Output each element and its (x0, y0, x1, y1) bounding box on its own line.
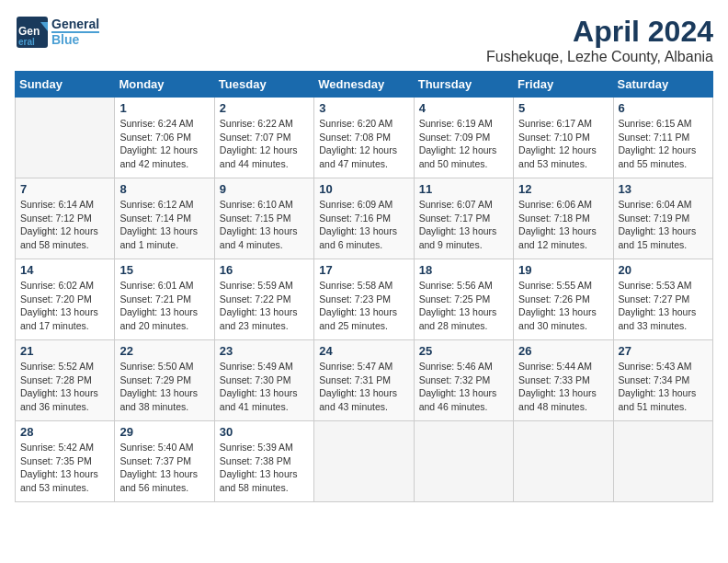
calendar-cell: 30Sunrise: 5:39 AM Sunset: 7:38 PM Dayli… (214, 421, 313, 502)
day-number: 9 (220, 182, 309, 196)
calendar-cell: 25Sunrise: 5:46 AM Sunset: 7:32 PM Dayli… (414, 340, 513, 421)
calendar-cell: 29Sunrise: 5:40 AM Sunset: 7:37 PM Dayli… (115, 421, 214, 502)
day-info: Sunrise: 5:59 AM Sunset: 7:22 PM Dayligh… (220, 279, 309, 333)
day-number: 10 (319, 182, 408, 196)
day-number: 27 (619, 344, 708, 358)
weekday-header-wednesday: Wednesday (314, 72, 414, 98)
day-info: Sunrise: 5:49 AM Sunset: 7:30 PM Dayligh… (220, 360, 309, 414)
calendar-cell: 23Sunrise: 5:49 AM Sunset: 7:30 PM Dayli… (214, 340, 313, 421)
calendar-cell: 26Sunrise: 5:44 AM Sunset: 7:33 PM Dayli… (514, 340, 613, 421)
calendar-cell: 18Sunrise: 5:56 AM Sunset: 7:25 PM Dayli… (414, 259, 513, 340)
calendar-week-2: 7Sunrise: 6:14 AM Sunset: 7:12 PM Daylig… (16, 178, 713, 259)
calendar-cell: 13Sunrise: 6:04 AM Sunset: 7:19 PM Dayli… (613, 178, 712, 259)
day-info: Sunrise: 6:07 AM Sunset: 7:17 PM Dayligh… (419, 198, 508, 252)
day-number: 19 (518, 263, 608, 277)
day-number: 28 (20, 425, 109, 439)
day-info: Sunrise: 5:50 AM Sunset: 7:29 PM Dayligh… (119, 360, 209, 414)
day-number: 22 (119, 344, 209, 358)
calendar-cell: 11Sunrise: 6:07 AM Sunset: 7:17 PM Dayli… (414, 178, 513, 259)
calendar-cell: 5Sunrise: 6:17 AM Sunset: 7:10 PM Daylig… (514, 98, 613, 178)
calendar-cell: 6Sunrise: 6:15 AM Sunset: 7:11 PM Daylig… (613, 98, 712, 178)
calendar-cell: 3Sunrise: 6:20 AM Sunset: 7:08 PM Daylig… (314, 98, 414, 178)
day-number: 26 (518, 344, 608, 358)
day-info: Sunrise: 6:14 AM Sunset: 7:12 PM Dayligh… (20, 198, 109, 252)
page-header: Gen eral General Blue April 2024 Fusheku… (15, 15, 713, 65)
day-info: Sunrise: 6:19 AM Sunset: 7:09 PM Dayligh… (419, 117, 508, 171)
day-number: 13 (619, 182, 708, 196)
month-title: April 2024 (486, 15, 713, 49)
calendar-cell: 10Sunrise: 6:09 AM Sunset: 7:16 PM Dayli… (314, 178, 414, 259)
calendar-cell: 20Sunrise: 5:53 AM Sunset: 7:27 PM Dayli… (613, 259, 712, 340)
day-number: 17 (319, 263, 408, 277)
day-info: Sunrise: 5:40 AM Sunset: 7:37 PM Dayligh… (119, 441, 209, 495)
calendar-table: SundayMondayTuesdayWednesdayThursdayFrid… (15, 71, 713, 502)
day-number: 12 (518, 182, 608, 196)
logo: Gen eral General Blue (15, 15, 99, 50)
day-info: Sunrise: 6:20 AM Sunset: 7:08 PM Dayligh… (319, 117, 408, 171)
day-info: Sunrise: 6:09 AM Sunset: 7:16 PM Dayligh… (319, 198, 408, 252)
day-info: Sunrise: 5:58 AM Sunset: 7:23 PM Dayligh… (319, 279, 408, 333)
svg-text:Gen: Gen (18, 25, 40, 38)
calendar-cell: 22Sunrise: 5:50 AM Sunset: 7:29 PM Dayli… (115, 340, 214, 421)
weekday-header-tuesday: Tuesday (214, 72, 313, 98)
calendar-week-1: 1Sunrise: 6:24 AM Sunset: 7:06 PM Daylig… (16, 98, 713, 178)
calendar-cell: 28Sunrise: 5:42 AM Sunset: 7:35 PM Dayli… (16, 421, 115, 502)
day-number: 8 (119, 182, 209, 196)
calendar-cell: 15Sunrise: 6:01 AM Sunset: 7:21 PM Dayli… (115, 259, 214, 340)
day-info: Sunrise: 6:04 AM Sunset: 7:19 PM Dayligh… (619, 198, 708, 252)
calendar-cell: 2Sunrise: 6:22 AM Sunset: 7:07 PM Daylig… (214, 98, 313, 178)
day-number: 20 (619, 263, 708, 277)
day-number: 5 (518, 101, 608, 115)
weekday-header-sunday: Sunday (16, 72, 115, 98)
day-number: 4 (419, 101, 508, 115)
day-info: Sunrise: 5:55 AM Sunset: 7:26 PM Dayligh… (518, 279, 608, 333)
day-number: 29 (119, 425, 209, 439)
day-number: 21 (20, 344, 109, 358)
day-number: 1 (119, 101, 209, 115)
calendar-cell (514, 421, 613, 502)
calendar-cell: 24Sunrise: 5:47 AM Sunset: 7:31 PM Dayli… (314, 340, 414, 421)
calendar-week-4: 21Sunrise: 5:52 AM Sunset: 7:28 PM Dayli… (16, 340, 713, 421)
day-info: Sunrise: 6:10 AM Sunset: 7:15 PM Dayligh… (220, 198, 309, 252)
calendar-week-5: 28Sunrise: 5:42 AM Sunset: 7:35 PM Dayli… (16, 421, 713, 502)
day-info: Sunrise: 6:17 AM Sunset: 7:10 PM Dayligh… (518, 117, 608, 171)
day-info: Sunrise: 5:52 AM Sunset: 7:28 PM Dayligh… (20, 360, 109, 414)
logo-blue: Blue (51, 31, 99, 47)
day-info: Sunrise: 6:06 AM Sunset: 7:18 PM Dayligh… (518, 198, 608, 252)
calendar-week-3: 14Sunrise: 6:02 AM Sunset: 7:20 PM Dayli… (16, 259, 713, 340)
calendar-cell: 19Sunrise: 5:55 AM Sunset: 7:26 PM Dayli… (514, 259, 613, 340)
day-info: Sunrise: 5:42 AM Sunset: 7:35 PM Dayligh… (20, 441, 109, 495)
day-number: 23 (220, 344, 309, 358)
calendar-cell (613, 421, 712, 502)
day-number: 16 (220, 263, 309, 277)
day-number: 2 (220, 101, 309, 115)
weekday-header-friday: Friday (514, 72, 613, 98)
day-number: 7 (20, 182, 109, 196)
location-title: Fushekuqe, Lezhe County, Albania (486, 49, 713, 65)
calendar-cell: 4Sunrise: 6:19 AM Sunset: 7:09 PM Daylig… (414, 98, 513, 178)
calendar-cell: 17Sunrise: 5:58 AM Sunset: 7:23 PM Dayli… (314, 259, 414, 340)
calendar-cell: 8Sunrise: 6:12 AM Sunset: 7:14 PM Daylig… (115, 178, 214, 259)
weekday-header-monday: Monday (115, 72, 214, 98)
day-info: Sunrise: 5:39 AM Sunset: 7:38 PM Dayligh… (220, 441, 309, 495)
calendar-cell: 9Sunrise: 6:10 AM Sunset: 7:15 PM Daylig… (214, 178, 313, 259)
day-number: 11 (419, 182, 508, 196)
day-number: 24 (319, 344, 408, 358)
calendar-cell (314, 421, 414, 502)
weekday-header-saturday: Saturday (613, 72, 712, 98)
day-number: 14 (20, 263, 109, 277)
day-info: Sunrise: 6:01 AM Sunset: 7:21 PM Dayligh… (119, 279, 209, 333)
day-info: Sunrise: 6:15 AM Sunset: 7:11 PM Dayligh… (619, 117, 708, 171)
calendar-cell (414, 421, 513, 502)
weekday-header-thursday: Thursday (414, 72, 513, 98)
title-area: April 2024 Fushekuqe, Lezhe County, Alba… (486, 15, 713, 65)
day-info: Sunrise: 5:46 AM Sunset: 7:32 PM Dayligh… (419, 360, 508, 414)
day-info: Sunrise: 5:53 AM Sunset: 7:27 PM Dayligh… (619, 279, 708, 333)
svg-text:eral: eral (18, 37, 35, 47)
day-number: 25 (419, 344, 508, 358)
calendar-cell: 7Sunrise: 6:14 AM Sunset: 7:12 PM Daylig… (16, 178, 115, 259)
calendar-cell: 27Sunrise: 5:43 AM Sunset: 7:34 PM Dayli… (613, 340, 712, 421)
day-number: 15 (119, 263, 209, 277)
day-info: Sunrise: 5:56 AM Sunset: 7:25 PM Dayligh… (419, 279, 508, 333)
day-number: 18 (419, 263, 508, 277)
